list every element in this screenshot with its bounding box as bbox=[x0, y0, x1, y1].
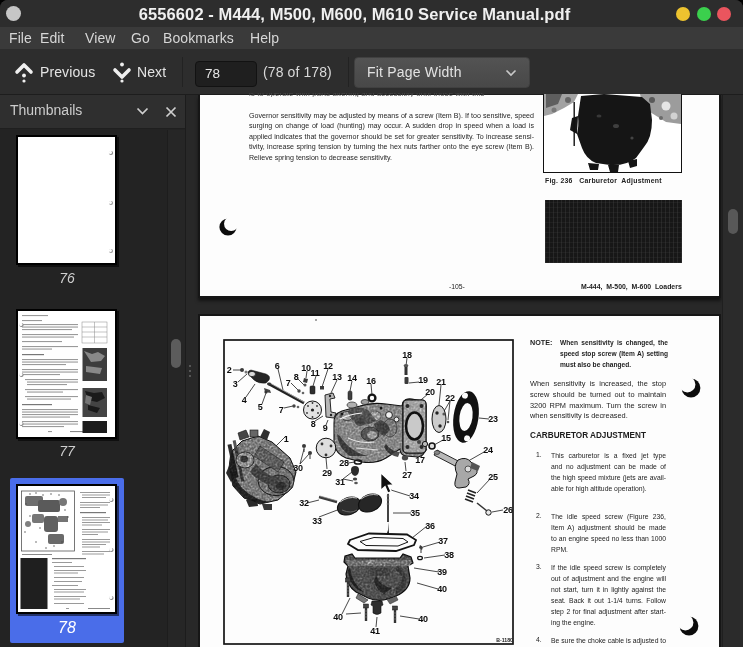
svg-text:35: 35 bbox=[410, 508, 420, 518]
svg-text:18: 18 bbox=[402, 350, 412, 360]
svg-text:37: 37 bbox=[438, 536, 448, 546]
svg-text:28: 28 bbox=[339, 458, 349, 468]
svg-text:4: 4 bbox=[242, 395, 247, 405]
svg-text:26: 26 bbox=[503, 505, 513, 515]
svg-text:38: 38 bbox=[444, 550, 454, 560]
svg-text:12: 12 bbox=[323, 361, 333, 371]
svg-text:7: 7 bbox=[279, 405, 284, 415]
svg-text:34: 34 bbox=[409, 491, 419, 501]
svg-text:13: 13 bbox=[332, 372, 342, 382]
svg-text:30: 30 bbox=[293, 463, 303, 473]
svg-text:41: 41 bbox=[370, 626, 380, 636]
svg-text:21: 21 bbox=[436, 377, 446, 387]
svg-text:27: 27 bbox=[402, 470, 412, 480]
svg-text:15: 15 bbox=[441, 433, 451, 443]
svg-text:33: 33 bbox=[312, 516, 322, 526]
svg-text:36: 36 bbox=[425, 521, 435, 531]
svg-text:40: 40 bbox=[333, 612, 343, 622]
svg-text:20: 20 bbox=[425, 387, 435, 397]
svg-text:39: 39 bbox=[437, 567, 447, 577]
svg-text:6: 6 bbox=[275, 361, 280, 371]
svg-text:9: 9 bbox=[323, 423, 328, 433]
svg-text:11: 11 bbox=[311, 368, 320, 378]
svg-text:B-1180: B-1180 bbox=[496, 637, 513, 643]
svg-text:3: 3 bbox=[233, 379, 238, 389]
svg-text:14: 14 bbox=[347, 373, 357, 383]
svg-text:16: 16 bbox=[366, 376, 376, 386]
svg-text:8: 8 bbox=[311, 419, 316, 429]
svg-text:10: 10 bbox=[301, 363, 311, 373]
svg-text:23: 23 bbox=[488, 414, 498, 424]
svg-text:40: 40 bbox=[437, 584, 447, 594]
svg-text:24: 24 bbox=[483, 445, 493, 455]
svg-text:1: 1 bbox=[284, 434, 289, 444]
svg-text:25: 25 bbox=[488, 472, 498, 482]
svg-text:40: 40 bbox=[418, 614, 428, 624]
svg-text:32: 32 bbox=[299, 498, 309, 508]
svg-text:7: 7 bbox=[286, 378, 291, 388]
svg-text:19: 19 bbox=[418, 375, 428, 385]
svg-text:29: 29 bbox=[322, 468, 332, 478]
svg-text:31: 31 bbox=[335, 477, 345, 487]
svg-text:8: 8 bbox=[294, 372, 299, 382]
svg-text:22: 22 bbox=[445, 393, 455, 403]
svg-text:17: 17 bbox=[415, 455, 425, 465]
svg-text:A: A bbox=[569, 148, 578, 162]
svg-text:5: 5 bbox=[258, 402, 263, 412]
svg-text:2: 2 bbox=[227, 365, 232, 375]
